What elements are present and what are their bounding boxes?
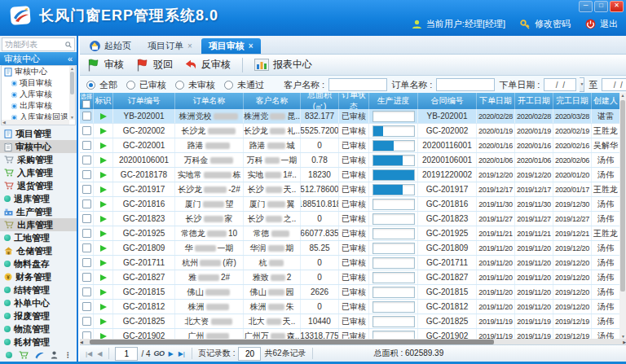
tab-项目订单[interactable]: 项目订单× [140, 38, 200, 54]
table-row[interactable]: GC-201812株洲株洲朱0已审核GC-2018122019/11/20201… [80, 300, 619, 314]
sidebar-panel-header[interactable]: 审核中心 « [0, 52, 77, 65]
tree-vscrollbar[interactable]: ▲▼ [69, 66, 75, 120]
table-row[interactable]: 20200106001万科金万科一期0.78已审核202001060012020… [80, 153, 619, 168]
filter-radio-已审核[interactable] [126, 81, 135, 90]
sidebar-module-10[interactable]: 物料盘存 [0, 257, 77, 270]
table-row[interactable]: GC-201809华一期华润期85.25已审核GC-2018092019/11/… [80, 241, 619, 256]
toolbar-button-审核[interactable]: 审核 [86, 58, 124, 72]
sidebar-module-9[interactable]: 仓储管理 [0, 244, 77, 257]
toolbar-button-反审核[interactable]: 反审核 [184, 58, 231, 72]
table-row[interactable]: GC-201816厦门望厦门翼188510.818已审核GC-201816201… [80, 197, 619, 212]
column-header-选择[interactable]: 选择 [80, 93, 94, 109]
table-row[interactable]: YB-202001株洲党校株洲党昆..832.177已审核YB-20200120… [80, 109, 619, 124]
logout-link[interactable]: 退出 [600, 18, 618, 30]
next-page-button[interactable]: ▶ [168, 350, 174, 357]
table-vscrollbar[interactable]: ▲▼ [619, 93, 626, 339]
filter-radio-未通过[interactable] [224, 81, 233, 90]
sidebar-module-12[interactable]: 结转管理 [0, 283, 77, 296]
table-row[interactable]: GC-2018178实地常栋实地1#..18230已审核201912200022… [80, 168, 619, 182]
page-size-input[interactable] [238, 347, 261, 361]
table-row[interactable]: GC-201827雅2#雅致20已审核GC-2018272019/11/2020… [80, 270, 619, 285]
table-row[interactable]: GC-201825北大资北大天..10440已审核GC-2018252019/1… [80, 314, 619, 329]
row-checkbox[interactable] [82, 317, 91, 326]
order-date-input[interactable] [544, 78, 576, 91]
sidebar-module-4[interactable]: 退货管理 [0, 179, 77, 192]
sidebar-module-2[interactable]: 采购管理 [0, 153, 77, 166]
collapse-icon[interactable]: « [68, 54, 73, 64]
sidebar-module-8[interactable]: 工地管理 [0, 231, 77, 244]
tab-起始页[interactable]: 起始页 [82, 38, 139, 54]
row-checkbox[interactable] [82, 243, 91, 252]
close-button[interactable]: ✕ [610, 1, 624, 12]
sidebar-module-1[interactable]: 审核中心 [0, 140, 77, 153]
function-search-input[interactable]: 功能列表 [2, 37, 75, 51]
table-row[interactable]: GC-202002长沙龙长沙龙礼..65525.7200..已审核GC-2020… [80, 124, 619, 138]
sidebar-module-3[interactable]: 入库管理 [0, 166, 77, 179]
sidebar-module-6[interactable]: 生产管理 [0, 205, 77, 218]
row-checkbox[interactable] [82, 200, 91, 208]
sidebar-module-0[interactable]: 项目管理 [0, 127, 77, 140]
minimize-button[interactable]: ─ [579, 1, 593, 12]
row-checkbox[interactable] [82, 302, 91, 311]
customer-name-input[interactable] [328, 78, 387, 91]
calendar-dropdown-icon[interactable]: ▼ [580, 77, 584, 92]
sidebar-module-5[interactable]: 退库管理 [0, 192, 77, 205]
tab-close-icon[interactable]: × [187, 42, 192, 50]
row-checkbox[interactable] [82, 185, 91, 194]
row-checkbox[interactable] [82, 229, 91, 238]
toolbar-button-驳回[interactable]: 驳回 [135, 58, 173, 72]
tab-项目审核[interactable]: 项目审核× [201, 38, 261, 54]
sidebar-module-7[interactable]: 出库管理 [0, 218, 77, 231]
change-password-link[interactable]: 修改密码 [535, 18, 571, 30]
sidebar-module-14[interactable]: 报废管理 [0, 309, 77, 322]
row-checkbox[interactable] [82, 287, 91, 296]
toolbar-button-报表中心[interactable]: 报表中心 [254, 58, 312, 72]
prev-page-button[interactable]: ◀ [96, 350, 103, 357]
dot-icon[interactable] [6, 352, 12, 358]
sidebar-module-16[interactable]: 耗材管理 [0, 335, 77, 349]
swoosh-icon[interactable] [35, 352, 44, 359]
go-button[interactable]: GO [154, 349, 165, 357]
table-row[interactable]: GC-201902广州广州万森..13318.775已审核GC-20190220… [80, 329, 619, 339]
person-icon[interactable] [51, 351, 58, 359]
table-row[interactable]: GC-201711杭州(府)杭0已审核GC-2017112019/11/2020… [80, 256, 619, 270]
table-row[interactable]: GC-201917长沙龙-2#长沙天..8512.78600..已审核GC-20… [80, 182, 619, 197]
cart-green-icon[interactable] [19, 351, 29, 359]
tab-close-icon[interactable]: × [249, 42, 253, 50]
order-date-end-input[interactable] [602, 78, 626, 91]
table-row[interactable]: GC-201815佛山佛山园2626已审核GC-2018152019/11/20… [80, 285, 619, 300]
tree-item-2[interactable]: 出库审核 [2, 100, 75, 112]
page-number-input[interactable] [115, 347, 138, 361]
tree-hscrollbar[interactable]: ◀ [2, 120, 69, 125]
more-icon[interactable]: ⋮ [64, 351, 72, 359]
row-checkbox[interactable] [82, 214, 91, 223]
sidebar-module-13[interactable]: 补单中心 [0, 296, 77, 309]
cell-text: 常德龙 [181, 228, 205, 239]
first-page-button[interactable]: |◀ [85, 350, 93, 357]
tree-item-0[interactable]: 项目审核 [2, 77, 75, 89]
table-row[interactable]: GC-201925常德龙10常德266077.835..已审核GC-201925… [80, 226, 619, 241]
order-name-input[interactable] [436, 78, 495, 91]
module-label: 项目管理 [15, 128, 51, 140]
sidebar-module-15[interactable]: 物流管理 [0, 322, 77, 335]
tree-item-1[interactable]: 入库审核 [2, 89, 75, 100]
undo-red-icon [184, 59, 197, 71]
row-checkbox[interactable] [82, 126, 91, 135]
filter-radio-全部[interactable] [86, 81, 95, 90]
maximize-button[interactable]: □ [594, 1, 608, 12]
status-cell: 已审核 [339, 212, 369, 226]
tree-item-root[interactable]: 审核中心 [2, 66, 75, 77]
table-row[interactable]: GC-201823长沙家长沙之..0已审核GC-2018232019/11/27… [80, 212, 619, 226]
filter-radio-未审核[interactable] [175, 81, 184, 90]
row-checkbox[interactable] [82, 112, 91, 121]
select-all-checkbox[interactable] [82, 100, 90, 108]
row-checkbox[interactable] [82, 156, 91, 164]
sidebar-module-11[interactable]: ¥财务管理 [0, 270, 77, 283]
row-checkbox[interactable] [82, 258, 91, 267]
row-checkbox[interactable] [82, 170, 91, 179]
table-row[interactable]: GC-202001路港路港城0已审核202001160012020/01/162… [80, 138, 619, 153]
row-checkbox[interactable] [82, 331, 91, 339]
row-checkbox[interactable] [82, 141, 91, 150]
row-checkbox[interactable] [82, 273, 91, 282]
last-page-button[interactable]: ▶| [178, 350, 186, 357]
